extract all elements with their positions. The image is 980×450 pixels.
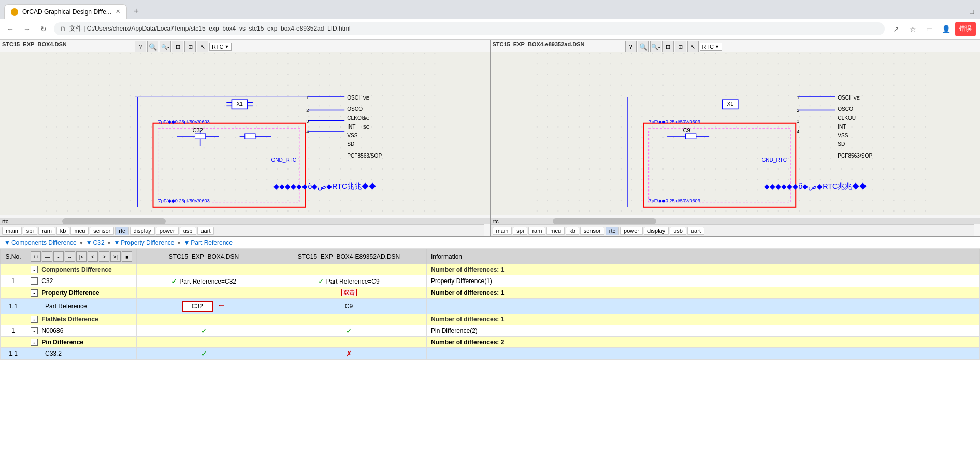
forward-button[interactable]: → xyxy=(21,23,33,35)
sheet-tab-kb-left[interactable]: kb xyxy=(56,227,70,235)
sheet-tab-power-left[interactable]: power xyxy=(156,227,179,235)
svg-text:INT: INT xyxy=(347,124,355,130)
table-row[interactable]: 1 - C32 ✓ Part Reference=C32 ✓ Part Refe… xyxy=(1,275,980,287)
ctrl-first-btn[interactable]: |< xyxy=(76,251,87,262)
sheet-tab-rtc-left[interactable]: rtc xyxy=(115,227,128,235)
ctrl-next-btn[interactable]: > xyxy=(99,251,109,262)
select-btn-left[interactable]: ↖ xyxy=(197,41,208,52)
svg-text:SC: SC xyxy=(363,116,370,121)
page-dropdown-right[interactable]: RTC ▼ xyxy=(700,43,722,51)
help-btn-left[interactable]: ? xyxy=(135,41,146,52)
zoom-fit-btn-left[interactable]: ⊞ xyxy=(172,41,183,52)
left-scrollbar-thumb[interactable] xyxy=(62,218,166,224)
breadcrumb-part-ref[interactable]: ▼ Part Reference xyxy=(183,239,233,246)
svg-text:SD: SD xyxy=(838,141,845,147)
share-button[interactable]: ↗ xyxy=(889,22,903,36)
sheet-tab-rtc-right[interactable]: rtc xyxy=(606,227,619,235)
breadcrumb-label-3: Property Difference xyxy=(121,239,174,246)
ctrl-last-btn[interactable]: >| xyxy=(110,251,121,262)
zoom-fit-btn-right[interactable]: ⊞ xyxy=(662,41,674,52)
sheet-tab-usb-left[interactable]: usb xyxy=(180,227,196,235)
expand-flatnets-diff[interactable]: - xyxy=(31,316,38,323)
right-schematic-svg: X1 C9 GND_RTC 7pF/◆◆0.25pf/50V/0603 7pF/… xyxy=(491,52,981,215)
dsn2-value: Part Reference=C9 xyxy=(326,278,380,285)
row-label-c33: C33.2 xyxy=(31,350,62,357)
url-text: 文件 | C:/Users/chenx/AppData/Local/Temp/s… xyxy=(69,24,351,33)
sheet-tab-uart-right[interactable]: uart xyxy=(687,227,704,235)
left-sheet-tabs: main spi ram kb mcu sensor rtc display p… xyxy=(0,224,484,236)
sheet-tab-uart-left[interactable]: uart xyxy=(197,227,214,235)
select-btn-right[interactable]: ↖ xyxy=(687,41,699,52)
minimize-btn[interactable]: — xyxy=(959,8,965,16)
zoom-in-btn-left[interactable]: 🔍 xyxy=(147,41,158,52)
ctrl-stop-btn[interactable]: ■ xyxy=(122,251,132,262)
zoom-all-btn-left[interactable]: ⊡ xyxy=(184,41,196,52)
zoom-in-btn-right[interactable]: 🔍 xyxy=(638,41,649,52)
sheet-tab-main-right[interactable]: main xyxy=(493,227,512,235)
right-pane-title: STC15_EXP_BOX4-e89352ad.DSN xyxy=(493,41,585,47)
expand-components-diff[interactable]: - xyxy=(31,266,38,273)
ctrl-double-minus-btn[interactable]: -- xyxy=(65,251,75,262)
zoom-out-btn-left[interactable]: 🔍- xyxy=(160,41,171,52)
back-button[interactable]: ← xyxy=(4,23,17,35)
left-h-scrollbar[interactable] xyxy=(0,218,490,224)
svg-text:X1: X1 xyxy=(236,101,243,107)
help-btn-right[interactable]: ? xyxy=(625,41,637,52)
zoom-all-btn-right[interactable]: ⊡ xyxy=(675,41,686,52)
maximize-btn[interactable]: □ xyxy=(970,8,974,16)
sheet-tab-spi-right[interactable]: spi xyxy=(513,227,527,235)
right-scrollbar-thumb[interactable] xyxy=(553,218,656,224)
page-dropdown-left[interactable]: RTC ▼ xyxy=(209,43,232,51)
right-h-scrollbar[interactable] xyxy=(491,218,981,224)
breadcrumb-c32[interactable]: ▼ C32 xyxy=(86,239,105,246)
right-toolbar: ? 🔍 🔍- ⊞ ⊡ ↖ RTC ▼ xyxy=(625,41,722,52)
check-icon-right: ✓ xyxy=(318,277,324,285)
svg-text:INT: INT xyxy=(838,124,846,130)
ctrl-add-btn[interactable]: ++ xyxy=(31,251,41,262)
new-tab-button[interactable]: + xyxy=(129,4,143,19)
ctrl-minus-btn[interactable]: - xyxy=(53,251,64,262)
profile-button[interactable]: 👤 xyxy=(939,22,953,36)
bookmark-button[interactable]: ☆ xyxy=(905,22,920,36)
url-bar[interactable]: 🗋 文件 | C:/Users/chenx/AppData/Local/Temp… xyxy=(54,22,885,35)
table-row[interactable]: 1.1 Part Reference C32 ← C9 xyxy=(1,299,980,314)
sheet-tab-ram-left[interactable]: ram xyxy=(38,227,55,235)
expand-pin-diff[interactable]: - xyxy=(31,339,38,346)
ctrl-prev-btn[interactable]: < xyxy=(88,251,98,262)
sheet-tab-display-right[interactable]: display xyxy=(644,227,669,235)
breadcrumb-property-diff[interactable]: ▼ Property Difference xyxy=(113,239,174,246)
ctrl-remove-btn[interactable]: — xyxy=(42,251,52,262)
sheet-tab-mcu-right[interactable]: mcu xyxy=(546,227,565,235)
sheet-tab-usb-right[interactable]: usb xyxy=(670,227,686,235)
sheet-tab-display-left[interactable]: display xyxy=(130,227,155,235)
table-row: - Components Difference Number of differ… xyxy=(1,264,980,275)
sheet-tab-power-right[interactable]: power xyxy=(620,227,643,235)
sheet-tab-ram-right[interactable]: ram xyxy=(528,227,545,235)
expand-n00686[interactable]: - xyxy=(31,327,38,334)
zoom-out-btn-right[interactable]: 🔍- xyxy=(650,41,661,52)
sheet-tab-sensor-right[interactable]: sensor xyxy=(580,227,604,235)
svg-text:◆◆◆◆◆◆õ◆ص◆RTC兆兆◆◆: ◆◆◆◆◆◆õ◆ص◆RTC兆兆◆◆ xyxy=(273,182,376,191)
svg-text:SD: SD xyxy=(347,141,354,147)
tab-close-button[interactable]: ✕ xyxy=(116,8,120,15)
sheet-tab-mcu-left[interactable]: mcu xyxy=(70,227,89,235)
svg-text:VSS: VSS xyxy=(838,133,848,138)
split-view-button[interactable]: ▭ xyxy=(922,22,936,36)
expand-c32[interactable]: - xyxy=(31,277,38,285)
expand-property-diff[interactable]: - xyxy=(31,289,38,297)
svg-text:PCF8563/SOP: PCF8563/SOP xyxy=(347,153,382,159)
row-info: Number of differences: 1 xyxy=(427,264,980,275)
row-info-prop: Number of differences: 1 xyxy=(427,287,980,299)
error-button[interactable]: 错误 xyxy=(955,22,976,36)
browser-tab[interactable]: OrCAD Graphical Design Diffe... ✕ xyxy=(4,4,127,19)
sheet-tab-sensor-left[interactable]: sensor xyxy=(90,227,114,235)
breadcrumb-components-diff[interactable]: ▼ Components Difference xyxy=(4,239,77,246)
table-row[interactable]: 1 - N00686 ✓ ✓ Pin Difference(2) xyxy=(1,325,980,337)
dsn1-value: Part Reference=C32 xyxy=(179,278,236,285)
sheet-tab-kb-right[interactable]: kb xyxy=(566,227,579,235)
sheet-tab-main-left[interactable]: main xyxy=(2,227,22,235)
table-row[interactable]: 1.1 C33.2 ✓ ✗ xyxy=(1,348,980,360)
row-info-flatnets: Number of differences: 1 xyxy=(427,314,980,325)
reload-button[interactable]: ↻ xyxy=(37,23,50,35)
sheet-tab-spi-left[interactable]: spi xyxy=(23,227,37,235)
